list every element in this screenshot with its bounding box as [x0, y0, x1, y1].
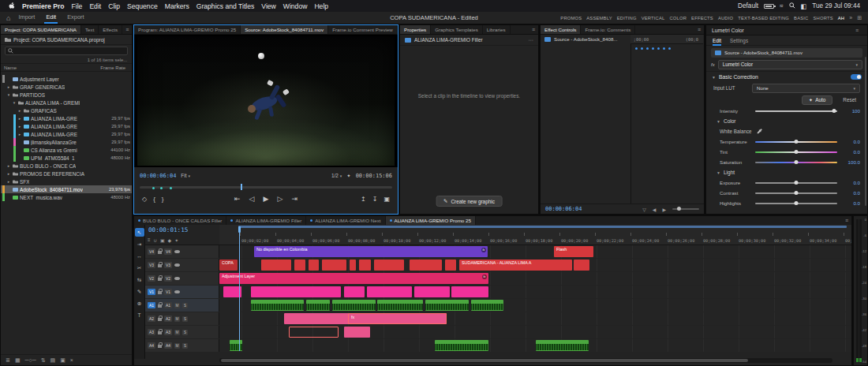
- play-icon[interactable]: ▶: [264, 195, 269, 203]
- zoom-slider[interactable]: ─○─: [25, 357, 36, 363]
- project-item-graf-genericas[interactable]: ▸GRAF GENERICAS: [1, 83, 132, 91]
- new-item-icon[interactable]: ▣: [60, 357, 65, 364]
- source-current-timecode[interactable]: 00:00:06:04: [140, 173, 176, 179]
- timeline-clip[interactable]: [451, 286, 488, 297]
- project-item-adjustment-layer[interactable]: Adjustment Layer: [1, 75, 132, 83]
- eyedropper-icon[interactable]: [757, 129, 762, 135]
- comment-marker-icon[interactable]: [152, 187, 155, 189]
- keyframe-dot-icon[interactable]: [646, 47, 649, 50]
- project-tab-text[interactable]: Text: [81, 25, 99, 34]
- source-patch-v2[interactable]: V2: [148, 275, 155, 282]
- exposure-slider[interactable]: [755, 182, 837, 184]
- workspace-basic[interactable]: BASIC: [794, 16, 808, 21]
- track-lane-a3[interactable]: [219, 326, 851, 338]
- menu-graphics-and-titles[interactable]: Graphics and Titles: [196, 2, 255, 10]
- timeline-clip[interactable]: [306, 300, 330, 311]
- fx-icon[interactable]: fx: [711, 62, 715, 67]
- keyframe-dot-icon[interactable]: [652, 47, 654, 50]
- slider-handle[interactable]: [795, 201, 799, 205]
- solo-button[interactable]: S: [182, 343, 188, 349]
- menu-clip[interactable]: Clip: [108, 2, 120, 10]
- timeline-clip[interactable]: No disponible en Colombiafx: [254, 246, 488, 257]
- section-light[interactable]: ▼Light: [706, 167, 867, 177]
- track-target-a3[interactable]: A3: [164, 329, 172, 335]
- timeline-clip[interactable]: [471, 300, 503, 311]
- keyframe-dot-icon[interactable]: [641, 47, 643, 50]
- project-item-promos-de-referencia[interactable]: ▸PROMOS DE REFERENCIA: [1, 170, 132, 177]
- workspace-editing[interactable]: EDITING: [617, 16, 637, 21]
- source-patch-a4[interactable]: A4: [148, 342, 155, 349]
- monitor-tab-frame-io-comment-preview[interactable]: Frame.io Comment Preview: [328, 25, 398, 34]
- sequence-tab-alianza-lima-gremio-next[interactable]: ALIANZA LIMA-GREMIO Next: [306, 216, 385, 225]
- panel-menu-icon[interactable]: ≡: [122, 25, 132, 34]
- add-marker-icon[interactable]: ◆: [168, 237, 172, 243]
- timeline-clip[interactable]: [251, 300, 304, 311]
- track-header-v1[interactable]: V1V1: [145, 286, 219, 298]
- timeline-clip[interactable]: Flash: [554, 246, 593, 257]
- track-header-a3[interactable]: A3A3MS: [145, 326, 219, 338]
- track-lock-icon[interactable]: [158, 331, 162, 334]
- solo-button[interactable]: S: [182, 303, 188, 308]
- monitor-tab-source-adobestock-84084711-mov[interactable]: Source: AdobeStock_84084711.mov: [241, 25, 328, 34]
- slider-handle[interactable]: [795, 191, 799, 195]
- track-lock-icon[interactable]: [158, 251, 162, 254]
- timeline-clip[interactable]: [367, 286, 412, 297]
- workspace-audio[interactable]: AUDIO: [718, 16, 733, 21]
- source-scrubber[interactable]: [140, 184, 392, 190]
- effect-controls-mini-timeline[interactable]: ;00;00 (00;0: [630, 35, 703, 44]
- timeline-clip[interactable]: SUDAMERICANA - ALIANZA LIMA A: [459, 260, 572, 271]
- profile-indicator[interactable]: Default: [738, 2, 758, 9]
- basic-correction-toggle[interactable]: [851, 74, 862, 80]
- delete-icon[interactable]: ×: [70, 357, 73, 363]
- monitor-settings-icon[interactable]: ✦: [346, 173, 350, 179]
- track-visibility-icon[interactable]: [174, 250, 180, 253]
- filter-icon[interactable]: ▽: [642, 207, 646, 212]
- mute-button[interactable]: M: [174, 343, 180, 349]
- source-patch-v3[interactable]: V3: [148, 262, 155, 268]
- menu-markers[interactable]: Markers: [165, 2, 189, 10]
- disclosure-caret-icon[interactable]: ▸: [6, 84, 11, 89]
- nav-tab-edit[interactable]: Edit: [44, 12, 58, 24]
- home-icon[interactable]: ⌂: [6, 14, 10, 22]
- project-item-sfx[interactable]: ▸SFX: [1, 177, 132, 185]
- project-item-alianza-lima-gre[interactable]: ▸ALIANZA LIMA-GRE29,97 fps: [1, 130, 132, 138]
- timeline-clip[interactable]: [359, 260, 371, 271]
- track-lane-a4[interactable]: [219, 339, 851, 352]
- mute-button[interactable]: M: [174, 330, 180, 335]
- lumetri-effect-select[interactable]: Lumetri Color▾: [718, 60, 862, 69]
- timeline-playhead[interactable]: [239, 226, 240, 351]
- comment-marker-icon[interactable]: [170, 187, 172, 189]
- menu-sequence[interactable]: Sequence: [127, 2, 158, 10]
- project-bin-path[interactable]: Project: COPA SUDAMERICANA.proproj: [13, 37, 105, 43]
- track-visibility-icon[interactable]: [174, 277, 180, 280]
- sequence-tab-alianza-lima-gremio-filler[interactable]: ALIANZA LIMA-GREMIO Filler: [226, 216, 306, 225]
- project-tab-effects[interactable]: Effects: [99, 25, 122, 34]
- source-patch-v4[interactable]: V4: [148, 248, 155, 255]
- timeline-clip[interactable]: [377, 300, 423, 311]
- menubar-clock[interactable]: Tue 29 Jul 09:44: [812, 2, 860, 9]
- lumetri-tab-edit[interactable]: Edit: [713, 35, 721, 46]
- reset-button[interactable]: Reset: [843, 97, 856, 103]
- track-lock-icon[interactable]: [158, 345, 162, 348]
- lumetri-source-label[interactable]: Source - AdobeStock_84084711.mov: [724, 50, 803, 55]
- linked-selection-icon[interactable]: ▣: [160, 237, 165, 243]
- snap-icon[interactable]: ∪: [154, 237, 157, 243]
- project-item-bulo-bulo-once-ca[interactable]: ▸BULO BULO - ONCE CA: [1, 162, 132, 170]
- project-item-partidos[interactable]: ▾PARTIDOS: [1, 91, 132, 99]
- properties-tab-libraries[interactable]: Libraries: [483, 25, 511, 34]
- panel-menu-icon[interactable]: ≡: [852, 28, 862, 33]
- sort-icon[interactable]: ⇅: [41, 357, 46, 364]
- zoom-level-select[interactable]: Fit▾: [181, 173, 190, 178]
- contrast-slider[interactable]: [755, 192, 837, 194]
- timeline-clip[interactable]: [289, 327, 339, 338]
- mute-button[interactable]: M: [174, 316, 180, 322]
- slider-handle[interactable]: [795, 181, 799, 185]
- project-item-next-musica-wav[interactable]: NEXT_musica.wav48000 Hz: [1, 193, 132, 201]
- track-lock-icon[interactable]: [158, 291, 162, 294]
- timeline-clip[interactable]: COPA: [219, 260, 238, 271]
- step-back-icon[interactable]: ◁: [249, 195, 255, 203]
- timeline-clip[interactable]: [344, 327, 370, 338]
- new-bin-icon[interactable]: ▤: [51, 357, 56, 364]
- effect-controls-timecode[interactable]: 00:00:06:04: [545, 206, 582, 212]
- track-header-a2[interactable]: A2A2MS: [145, 312, 219, 325]
